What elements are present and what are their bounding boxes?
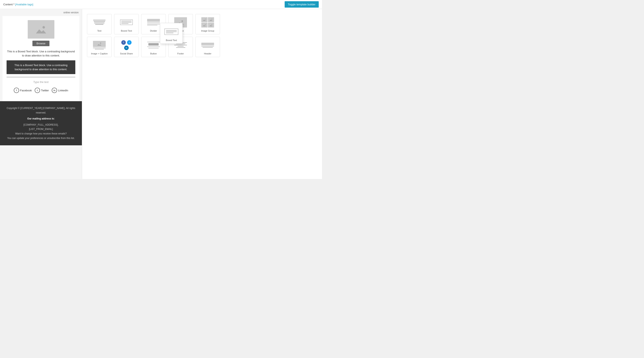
footer-address: [COMPANY_FULL_ADDRESS], xyxy=(6,123,76,127)
twitter-social-item[interactable]: t Twitter xyxy=(35,88,49,93)
block-label-divider: Divider xyxy=(150,30,157,32)
header-block-icon xyxy=(200,40,215,51)
content-label: Content * [Available tags] xyxy=(3,3,33,6)
tooltip-label: Boxed Text xyxy=(166,39,177,42)
footer-section: Copyright © [CURRENT_YEAR] [COMPANY_NAME… xyxy=(0,101,82,145)
text-block-icon xyxy=(92,17,106,28)
linkedin-social-item[interactable]: in LinkedIn xyxy=(52,88,68,93)
block-item-image-caption[interactable]: Image + Caption xyxy=(87,37,112,57)
svg-point-11 xyxy=(212,19,212,20)
builder-panel: Text Boxed Text xyxy=(82,9,322,179)
footer-mailing-label: Our mailing address is: xyxy=(6,116,76,121)
boxed-dark-text: This is a Boxed Text block. Use a contra… xyxy=(6,60,75,74)
button-block-icon xyxy=(146,40,161,51)
content-text: Content * xyxy=(3,3,14,6)
boxed-text-tooltip[interactable]: Boxed Text xyxy=(160,23,183,44)
block-text: This is a Boxed Text block. Use a contra… xyxy=(6,50,75,58)
footer-unsubscribe-text: You can update your preferences or unsub… xyxy=(6,136,76,140)
svg-point-20 xyxy=(100,42,101,44)
linkedin-icon: in xyxy=(52,88,57,93)
block-label-button: Button xyxy=(150,52,157,55)
social-share-row: f Facebook t Twitter in LinkedIn xyxy=(6,88,75,93)
block-label-image-group: Image Group xyxy=(201,30,214,32)
block-item-boxed-text[interactable]: Boxed Text xyxy=(114,14,139,34)
footer-email: [LIST_FROM_EMAIL] xyxy=(6,127,76,132)
browse-button[interactable]: Browse xyxy=(32,41,50,46)
type-text-placeholder[interactable]: Type the text xyxy=(6,80,75,84)
block-label-footer: Footer xyxy=(177,52,184,55)
image-caption-block-icon xyxy=(92,40,106,51)
divider-line xyxy=(6,77,75,77)
block-item-text[interactable]: Text xyxy=(87,14,112,34)
facebook-icon: f xyxy=(14,88,19,93)
svg-point-5 xyxy=(182,20,183,22)
boxed-text-block-icon xyxy=(119,17,134,28)
block-item-image-group[interactable]: Image Group xyxy=(196,14,220,34)
image-placeholder xyxy=(28,20,54,38)
block-label-boxed-text: Boxed Text xyxy=(121,30,132,32)
svg-point-17 xyxy=(212,24,212,25)
twitter-label: Twitter xyxy=(41,89,49,92)
facebook-label: Facebook xyxy=(20,89,32,92)
tooltip-boxed-text-icon xyxy=(164,26,178,37)
facebook-social-item[interactable]: f Facebook xyxy=(14,88,32,93)
block-item-header[interactable]: Header xyxy=(196,37,220,57)
twitter-icon: t xyxy=(35,88,40,93)
preview-panel: online version Browse This is a Boxed Te… xyxy=(0,9,82,179)
block-label-header: Header xyxy=(204,52,212,55)
block-grid: Text Boxed Text xyxy=(85,12,319,59)
footer-change-text: Want to change how you receive these ema… xyxy=(6,132,76,136)
block-label-social-share: Social Share xyxy=(120,52,133,55)
image-placeholder-icon xyxy=(36,25,46,34)
svg-point-2 xyxy=(42,26,45,28)
available-tags-link[interactable]: [Available tags] xyxy=(15,3,33,6)
image-group-block-icon xyxy=(200,17,215,28)
block-item-social-share[interactable]: f t in Social Share xyxy=(114,37,139,57)
social-share-block-icon: f t in xyxy=(119,40,134,51)
block-label-text: Text xyxy=(97,30,102,32)
svg-point-14 xyxy=(205,24,206,25)
top-bar: Content * [Available tags] Toggle templa… xyxy=(0,0,322,9)
toggle-template-builder-button[interactable]: Toggle template builder xyxy=(285,1,319,8)
preview-content: Browse This is a Boxed Text block. Use a… xyxy=(2,16,80,101)
footer-copyright: Copyright © [CURRENT_YEAR] [COMPANY_NAME… xyxy=(6,106,76,115)
svg-point-8 xyxy=(205,19,206,20)
main-layout: online version Browse This is a Boxed Te… xyxy=(0,9,322,179)
online-version-link[interactable]: online version xyxy=(0,9,82,16)
block-label-image-caption: Image + Caption xyxy=(91,52,108,55)
divider-block-icon xyxy=(147,17,160,28)
linkedin-label: LinkedIn xyxy=(58,89,68,92)
